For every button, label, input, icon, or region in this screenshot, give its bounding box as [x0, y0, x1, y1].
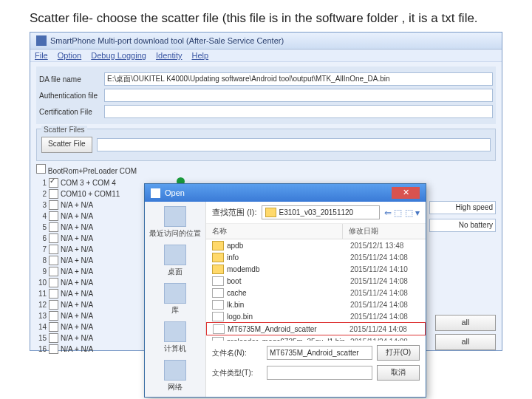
port-checkbox[interactable] — [49, 344, 58, 354]
file-icon — [212, 300, 224, 310]
port-checkbox[interactable] — [49, 267, 58, 276]
speed-select[interactable]: High speed — [429, 201, 496, 214]
file-row[interactable]: modemdb2015/11/24 14:10 — [206, 263, 426, 275]
file-name: boot — [227, 277, 350, 285]
port-num: 14 — [36, 323, 47, 331]
filetype-select[interactable] — [267, 366, 372, 380]
menu-identity[interactable]: Identity — [156, 51, 182, 60]
port-checkbox[interactable] — [49, 178, 58, 188]
place-item[interactable]: 库 — [164, 283, 186, 316]
auth-input[interactable] — [104, 89, 493, 102]
file-icon — [212, 276, 224, 286]
folder-icon — [212, 253, 224, 262]
cert-input[interactable] — [104, 105, 493, 118]
scatter-group: Scatter Files Scatter File — [36, 129, 496, 161]
file-row[interactable]: MT6735M_Android_scatter2015/11/24 14:08 — [206, 322, 426, 335]
file-row[interactable]: preloader_magc6735m_35gu_l1.bin2015/11/2… — [206, 335, 426, 341]
port-checkbox[interactable] — [49, 333, 58, 343]
menu-file[interactable]: File — [35, 51, 48, 60]
open-dialog-title: Open — [165, 188, 185, 197]
place-item[interactable]: 计算机 — [164, 321, 186, 354]
port-label: COM 3 + COM 4 — [61, 179, 116, 187]
port-checkbox[interactable] — [49, 256, 58, 265]
lookin-select[interactable]: E3101_v03_20151120 — [262, 205, 380, 219]
file-name: logo.bin — [227, 313, 350, 321]
file-panel: DA file name E:\桌面\OUKITEL K4000\Updatin… — [36, 66, 496, 124]
da-label: DA file name — [39, 75, 104, 83]
open-button[interactable]: 打开(O) — [377, 345, 420, 361]
port-checkbox[interactable] — [49, 211, 58, 221]
place-item[interactable]: 网络 — [164, 360, 186, 392]
port-num: 6 — [36, 234, 47, 242]
file-row[interactable]: apdb2015/12/1 13:48 — [206, 239, 426, 251]
file-date: 2015/11/24 14:08 — [350, 277, 426, 285]
port-checkbox[interactable] — [49, 222, 58, 232]
da-input[interactable]: E:\桌面\OUKITEL K4000\Updating software\An… — [104, 72, 493, 86]
places-sidebar: 最近访问的位置桌面库计算机网络 — [145, 202, 206, 397]
file-row[interactable]: cache2015/11/24 14:08 — [206, 287, 426, 299]
file-icon — [213, 324, 225, 334]
port-num: 1 — [36, 179, 47, 187]
port-checkbox[interactable] — [49, 189, 58, 199]
folder-icon — [212, 265, 224, 274]
file-name: lk.bin — [227, 301, 350, 309]
file-row[interactable]: logo.bin2015/11/24 14:08 — [206, 310, 426, 322]
app-icon — [36, 35, 47, 46]
port-checkbox[interactable] — [49, 311, 58, 321]
scatter-file-button[interactable]: Scatter File — [41, 137, 92, 153]
menu-help[interactable]: Help — [192, 51, 209, 60]
auth-label: Authentication file — [39, 92, 104, 100]
col-date[interactable]: 修改日期 — [343, 224, 426, 239]
port-checkbox[interactable] — [49, 278, 58, 287]
port-label: N/A + N/A — [61, 345, 93, 353]
scatter-input[interactable] — [97, 138, 491, 151]
port-checkbox[interactable] — [49, 200, 58, 210]
port-checkbox[interactable] — [49, 322, 58, 332]
menu-debug[interactable]: Debug Logging — [91, 51, 146, 60]
place-item[interactable]: 桌面 — [164, 245, 186, 277]
lookin-toolbar: 查找范围 (I): E3101_v03_20151120 ⇐ ⬚ ⬚ ▾ — [206, 202, 426, 224]
file-date: 2015/11/24 14:08 — [350, 338, 426, 341]
cancel-button[interactable]: 取消 — [377, 365, 420, 381]
folder-icon — [212, 241, 224, 250]
file-icon — [212, 312, 224, 321]
port-checkbox[interactable] — [49, 300, 58, 310]
port-label: N/A + N/A — [61, 312, 93, 320]
port-label: N/A + N/A — [61, 323, 93, 331]
close-icon[interactable]: ✕ — [392, 187, 420, 199]
file-date: 2015/11/24 14:08 — [350, 313, 426, 321]
scatter-group-title: Scatter Files — [41, 126, 87, 134]
file-row[interactable]: lk.bin2015/11/24 14:08 — [206, 299, 426, 310]
port-checkbox[interactable] — [49, 289, 58, 299]
file-row[interactable]: info2015/11/24 14:08 — [206, 251, 426, 263]
port-label: N/A + N/A — [61, 212, 93, 220]
port-num: 2 — [36, 190, 47, 198]
nav-buttons[interactable]: ⇐ ⬚ ⬚ ▾ — [384, 208, 420, 218]
file-row[interactable]: boot2015/11/24 14:08 — [206, 275, 426, 287]
port-label: N/A + N/A — [61, 279, 93, 287]
port-num: 12 — [36, 301, 47, 309]
menu-option[interactable]: Option — [58, 51, 81, 60]
file-list: 名称 修改日期 apdb2015/12/1 13:48info2015/11/2… — [206, 224, 426, 341]
bootrom-checkbox[interactable] — [36, 164, 46, 174]
col-name[interactable]: 名称 — [206, 224, 343, 239]
port-num: 13 — [36, 312, 47, 320]
port-label: N/A + N/A — [61, 267, 93, 276]
port-checkbox[interactable] — [49, 233, 58, 243]
port-header: BootRom+PreLoader COM — [36, 164, 169, 175]
port-checkbox[interactable] — [49, 245, 58, 254]
filename-input[interactable]: MT6735M_Android_scatter — [267, 346, 372, 360]
file-date: 2015/11/24 14:08 — [349, 325, 425, 333]
instruction-text: Scatter file- choose the scatter file (t… — [0, 0, 532, 32]
place-item[interactable]: 最近访问的位置 — [149, 206, 201, 239]
port-label: N/A + N/A — [61, 201, 93, 209]
port-label: N/A + N/A — [61, 334, 93, 342]
battery-select[interactable]: No battery — [429, 219, 496, 232]
port-num: 9 — [36, 267, 47, 276]
menubar: File Option Debug Logging Identity Help — [30, 50, 502, 62]
titlebar: SmartPhone Multi-port download tool (Aft… — [30, 33, 502, 50]
all-button-2[interactable]: all — [435, 334, 496, 350]
all-button-1[interactable]: all — [435, 315, 496, 331]
lookin-label: 查找范围 (I): — [212, 207, 257, 218]
port-label: N/A + N/A — [61, 301, 93, 309]
